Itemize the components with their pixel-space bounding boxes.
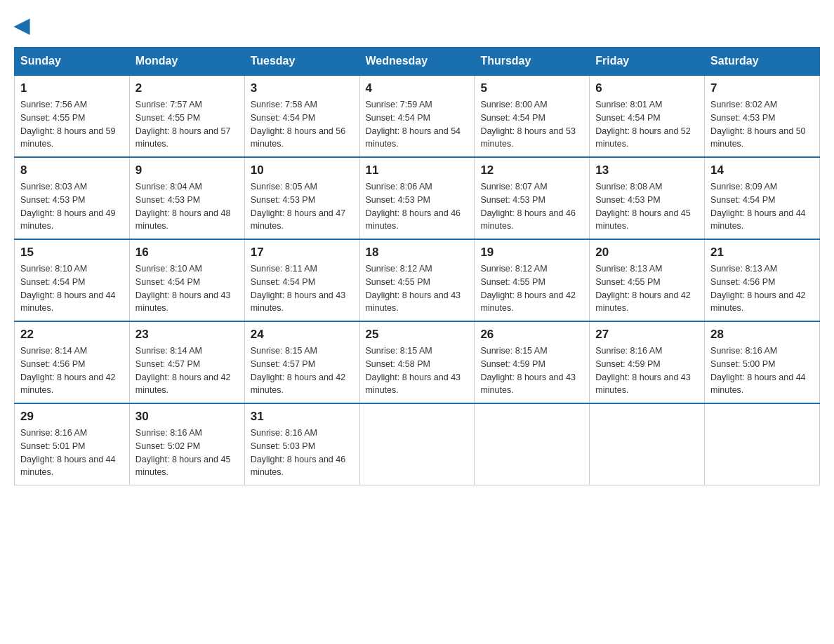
day-number: 26 bbox=[480, 328, 583, 342]
day-number: 13 bbox=[595, 163, 699, 177]
day-info: Sunrise: 8:12 AMSunset: 4:55 PMDaylight:… bbox=[366, 262, 469, 315]
day-number: 24 bbox=[251, 328, 354, 342]
day-info: Sunrise: 8:09 AMSunset: 4:54 PMDaylight:… bbox=[710, 180, 814, 233]
day-info: Sunrise: 8:11 AMSunset: 4:54 PMDaylight:… bbox=[251, 262, 354, 315]
calendar-day-cell: 24 Sunrise: 8:15 AMSunset: 4:57 PMDaylig… bbox=[244, 321, 359, 403]
day-info: Sunrise: 8:12 AMSunset: 4:55 PMDaylight:… bbox=[480, 262, 583, 315]
calendar-day-cell bbox=[705, 403, 820, 485]
day-number: 11 bbox=[366, 163, 469, 177]
calendar-day-cell bbox=[590, 403, 705, 485]
day-info: Sunrise: 8:16 AMSunset: 5:02 PMDaylight:… bbox=[135, 427, 239, 479]
logo-general: ◀ bbox=[14, 14, 29, 37]
day-number: 27 bbox=[595, 328, 699, 342]
day-number: 3 bbox=[251, 81, 354, 95]
day-info: Sunrise: 8:10 AMSunset: 4:54 PMDaylight:… bbox=[20, 262, 124, 315]
calendar-table: Sunday Monday Tuesday Wednesday Thursday… bbox=[14, 47, 820, 485]
day-info: Sunrise: 8:03 AMSunset: 4:53 PMDaylight:… bbox=[20, 180, 124, 233]
calendar-day-cell: 20 Sunrise: 8:13 AMSunset: 4:55 PMDaylig… bbox=[590, 239, 705, 321]
day-info: Sunrise: 8:10 AMSunset: 4:54 PMDaylight:… bbox=[135, 262, 239, 315]
calendar-day-cell: 3 Sunrise: 7:58 AMSunset: 4:54 PMDayligh… bbox=[244, 75, 359, 157]
day-number: 25 bbox=[366, 328, 469, 342]
calendar-day-cell bbox=[359, 403, 475, 485]
calendar-week-row: 1 Sunrise: 7:56 AMSunset: 4:55 PMDayligh… bbox=[15, 75, 820, 157]
day-number: 21 bbox=[710, 246, 814, 260]
day-info: Sunrise: 8:15 AMSunset: 4:59 PMDaylight:… bbox=[480, 344, 583, 397]
calendar-day-cell: 5 Sunrise: 8:00 AMSunset: 4:54 PMDayligh… bbox=[475, 75, 590, 157]
calendar-day-cell: 25 Sunrise: 8:15 AMSunset: 4:58 PMDaylig… bbox=[359, 321, 475, 403]
day-info: Sunrise: 8:16 AMSunset: 5:03 PMDaylight:… bbox=[251, 427, 354, 479]
day-number: 9 bbox=[135, 163, 239, 177]
calendar-day-cell: 9 Sunrise: 8:04 AMSunset: 4:53 PMDayligh… bbox=[129, 157, 244, 239]
day-number: 22 bbox=[20, 328, 124, 342]
day-number: 18 bbox=[366, 246, 469, 260]
logo: ◀ bbox=[14, 14, 29, 33]
calendar-day-cell bbox=[475, 403, 590, 485]
header-thursday: Thursday bbox=[475, 48, 590, 76]
day-number: 5 bbox=[480, 81, 583, 95]
calendar-day-cell: 6 Sunrise: 8:01 AMSunset: 4:54 PMDayligh… bbox=[590, 75, 705, 157]
day-number: 8 bbox=[20, 163, 124, 177]
header-tuesday: Tuesday bbox=[244, 48, 359, 76]
header-friday: Friday bbox=[590, 48, 705, 76]
header-monday: Monday bbox=[129, 48, 244, 76]
calendar-day-cell: 11 Sunrise: 8:06 AMSunset: 4:53 PMDaylig… bbox=[359, 157, 475, 239]
header-sunday: Sunday bbox=[15, 48, 130, 76]
day-number: 4 bbox=[366, 81, 469, 95]
day-info: Sunrise: 8:02 AMSunset: 4:53 PMDaylight:… bbox=[710, 98, 814, 151]
day-number: 1 bbox=[20, 81, 124, 95]
calendar-day-cell: 15 Sunrise: 8:10 AMSunset: 4:54 PMDaylig… bbox=[15, 239, 130, 321]
day-number: 29 bbox=[20, 410, 124, 424]
calendar-day-cell: 28 Sunrise: 8:16 AMSunset: 5:00 PMDaylig… bbox=[705, 321, 820, 403]
calendar-week-row: 8 Sunrise: 8:03 AMSunset: 4:53 PMDayligh… bbox=[15, 157, 820, 239]
calendar-day-cell: 1 Sunrise: 7:56 AMSunset: 4:55 PMDayligh… bbox=[15, 75, 130, 157]
header-wednesday: Wednesday bbox=[359, 48, 475, 76]
calendar-day-cell: 7 Sunrise: 8:02 AMSunset: 4:53 PMDayligh… bbox=[705, 75, 820, 157]
day-number: 31 bbox=[251, 410, 354, 424]
weekday-header-row: Sunday Monday Tuesday Wednesday Thursday… bbox=[15, 48, 820, 76]
calendar-day-cell: 12 Sunrise: 8:07 AMSunset: 4:53 PMDaylig… bbox=[475, 157, 590, 239]
day-info: Sunrise: 8:04 AMSunset: 4:53 PMDaylight:… bbox=[135, 180, 239, 233]
day-number: 16 bbox=[135, 246, 239, 260]
day-number: 10 bbox=[251, 163, 354, 177]
day-number: 28 bbox=[710, 328, 814, 342]
day-info: Sunrise: 8:14 AMSunset: 4:56 PMDaylight:… bbox=[20, 344, 124, 397]
day-info: Sunrise: 8:00 AMSunset: 4:54 PMDaylight:… bbox=[480, 98, 583, 151]
calendar-day-cell: 16 Sunrise: 8:10 AMSunset: 4:54 PMDaylig… bbox=[129, 239, 244, 321]
day-info: Sunrise: 8:16 AMSunset: 5:01 PMDaylight:… bbox=[20, 427, 124, 479]
day-number: 6 bbox=[595, 81, 699, 95]
day-info: Sunrise: 8:01 AMSunset: 4:54 PMDaylight:… bbox=[595, 98, 699, 151]
calendar-day-cell: 17 Sunrise: 8:11 AMSunset: 4:54 PMDaylig… bbox=[244, 239, 359, 321]
calendar-day-cell: 19 Sunrise: 8:12 AMSunset: 4:55 PMDaylig… bbox=[475, 239, 590, 321]
day-number: 15 bbox=[20, 246, 124, 260]
day-info: Sunrise: 8:13 AMSunset: 4:56 PMDaylight:… bbox=[710, 262, 814, 315]
day-number: 30 bbox=[135, 410, 239, 424]
calendar-day-cell: 8 Sunrise: 8:03 AMSunset: 4:53 PMDayligh… bbox=[15, 157, 130, 239]
calendar-day-cell: 23 Sunrise: 8:14 AMSunset: 4:57 PMDaylig… bbox=[129, 321, 244, 403]
day-number: 7 bbox=[710, 81, 814, 95]
calendar-day-cell: 29 Sunrise: 8:16 AMSunset: 5:01 PMDaylig… bbox=[15, 403, 130, 485]
day-info: Sunrise: 7:57 AMSunset: 4:55 PMDaylight:… bbox=[135, 98, 239, 151]
calendar-day-cell: 21 Sunrise: 8:13 AMSunset: 4:56 PMDaylig… bbox=[705, 239, 820, 321]
day-info: Sunrise: 8:13 AMSunset: 4:55 PMDaylight:… bbox=[595, 262, 699, 315]
calendar-day-cell: 18 Sunrise: 8:12 AMSunset: 4:55 PMDaylig… bbox=[359, 239, 475, 321]
calendar-day-cell: 22 Sunrise: 8:14 AMSunset: 4:56 PMDaylig… bbox=[15, 321, 130, 403]
day-info: Sunrise: 8:15 AMSunset: 4:58 PMDaylight:… bbox=[366, 344, 469, 397]
calendar-day-cell: 30 Sunrise: 8:16 AMSunset: 5:02 PMDaylig… bbox=[129, 403, 244, 485]
day-number: 2 bbox=[135, 81, 239, 95]
calendar-day-cell: 4 Sunrise: 7:59 AMSunset: 4:54 PMDayligh… bbox=[359, 75, 475, 157]
calendar-day-cell: 26 Sunrise: 8:15 AMSunset: 4:59 PMDaylig… bbox=[475, 321, 590, 403]
day-info: Sunrise: 7:59 AMSunset: 4:54 PMDaylight:… bbox=[366, 98, 469, 151]
calendar-day-cell: 10 Sunrise: 8:05 AMSunset: 4:53 PMDaylig… bbox=[244, 157, 359, 239]
day-number: 23 bbox=[135, 328, 239, 342]
header-saturday: Saturday bbox=[705, 48, 820, 76]
day-info: Sunrise: 8:16 AMSunset: 5:00 PMDaylight:… bbox=[710, 344, 814, 397]
page-header: ◀ bbox=[14, 14, 820, 33]
day-info: Sunrise: 8:07 AMSunset: 4:53 PMDaylight:… bbox=[480, 180, 583, 233]
calendar-day-cell: 31 Sunrise: 8:16 AMSunset: 5:03 PMDaylig… bbox=[244, 403, 359, 485]
calendar-week-row: 22 Sunrise: 8:14 AMSunset: 4:56 PMDaylig… bbox=[15, 321, 820, 403]
day-number: 12 bbox=[480, 163, 583, 177]
day-number: 14 bbox=[710, 163, 814, 177]
day-info: Sunrise: 7:58 AMSunset: 4:54 PMDaylight:… bbox=[251, 98, 354, 151]
day-number: 19 bbox=[480, 246, 583, 260]
day-number: 17 bbox=[251, 246, 354, 260]
